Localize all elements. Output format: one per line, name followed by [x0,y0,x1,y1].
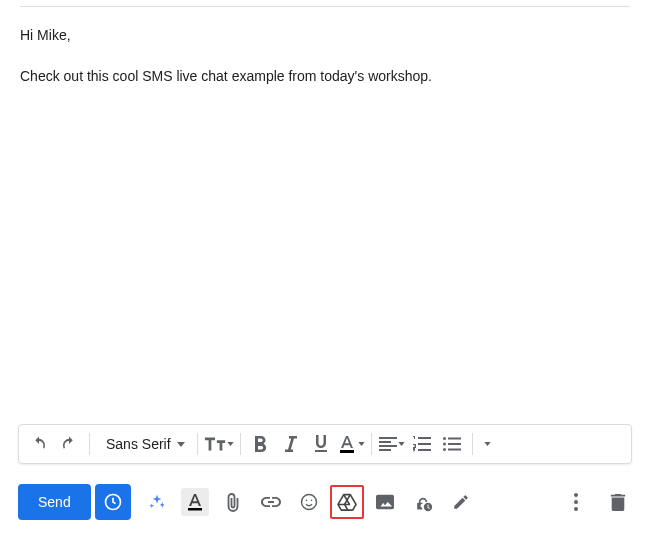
insert-drive-file-button[interactable] [333,488,361,516]
font-family-select[interactable]: Sans Serif [96,427,191,461]
svg-point-18 [574,507,578,511]
insert-signature-button[interactable] [447,488,475,516]
italic-button[interactable] [277,427,305,461]
more-formatting-button[interactable] [479,427,497,461]
svg-rect-1 [379,437,397,439]
svg-rect-12 [188,508,202,511]
svg-point-6 [443,443,446,446]
insert-link-button[interactable] [257,488,285,516]
compose-window: Hi Mike, Check out this cool SMS live ch… [0,6,650,536]
svg-point-5 [443,437,446,440]
send-button[interactable]: Send [18,484,91,520]
discard-draft-button[interactable] [604,488,632,516]
svg-rect-0 [340,450,354,453]
svg-point-17 [574,500,578,504]
undo-button[interactable] [25,427,53,461]
svg-point-15 [310,500,312,502]
numbered-list-button[interactable] [408,427,436,461]
svg-point-14 [305,500,307,502]
svg-rect-2 [379,441,391,443]
underline-button[interactable] [307,427,335,461]
email-body[interactable]: Hi Mike, Check out this cool SMS live ch… [0,7,650,87]
formatting-options-button[interactable] [181,488,209,516]
bulleted-list-button[interactable] [438,427,466,461]
svg-point-16 [574,493,578,497]
font-size-button[interactable] [204,427,234,461]
svg-rect-8 [448,438,461,440]
chevron-down-icon [358,442,365,446]
toolbar-separator [371,433,372,455]
send-options-button[interactable] [95,484,131,520]
toolbar-separator [240,433,241,455]
bottom-action-bar: Send [18,480,632,524]
svg-point-13 [301,495,316,510]
more-options-button[interactable] [562,488,590,516]
insert-icon-row [143,488,475,516]
sparkle-icon[interactable] [143,488,171,516]
svg-rect-4 [379,449,391,451]
font-family-label: Sans Serif [106,436,171,452]
right-action-group [562,488,632,516]
insert-photo-button[interactable] [371,488,399,516]
text-color-button[interactable] [337,427,365,461]
attach-file-button[interactable] [219,488,247,516]
send-button-label: Send [38,494,71,510]
insert-emoji-button[interactable] [295,488,323,516]
svg-rect-3 [379,445,397,447]
chevron-down-icon [177,442,185,447]
toolbar-separator [89,433,90,455]
svg-rect-9 [448,443,461,445]
svg-point-7 [443,448,446,451]
redo-button[interactable] [55,427,83,461]
align-button[interactable] [378,427,406,461]
body-line-1: Check out this cool SMS live chat exampl… [20,66,630,87]
formatting-toolbar: Sans Serif [18,424,632,464]
svg-rect-10 [448,449,461,451]
chevron-down-icon [398,442,405,446]
toolbar-separator [197,433,198,455]
bold-button[interactable] [247,427,275,461]
confidential-mode-button[interactable] [409,488,437,516]
chevron-down-icon [227,442,234,446]
toolbar-separator [472,433,473,455]
body-greeting: Hi Mike, [20,25,630,46]
